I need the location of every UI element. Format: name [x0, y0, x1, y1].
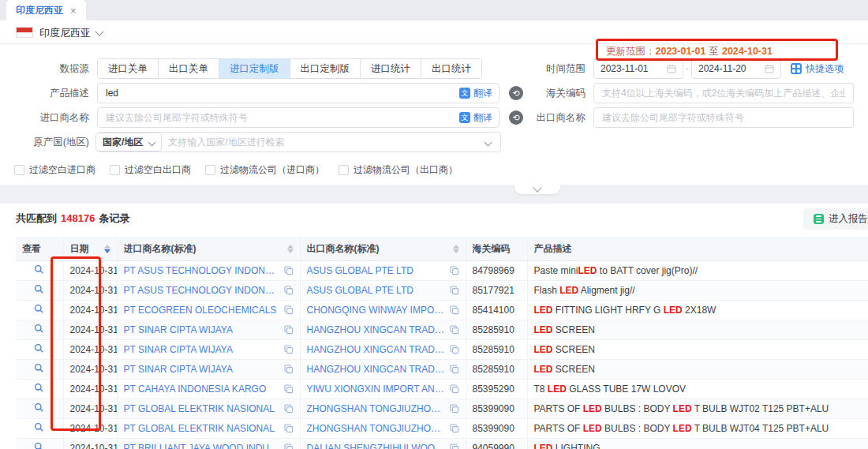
copy-icon[interactable] [450, 424, 459, 433]
copy-icon[interactable] [284, 286, 294, 295]
copy-icon[interactable] [450, 365, 459, 374]
copy-icon[interactable] [284, 365, 294, 374]
copy-icon[interactable] [450, 443, 459, 449]
data-source-tab-5[interactable]: 出口统计 [421, 59, 481, 78]
magnifier-icon[interactable] [34, 402, 44, 413]
date-cell: 2024-10-31 [63, 419, 117, 439]
magnifier-icon[interactable] [34, 442, 44, 449]
checkbox-icon[interactable] [110, 165, 120, 175]
exporter-cell-link[interactable]: DALIAN SHENGZHIHUI WOOD INDUST... [307, 443, 445, 449]
copy-icon[interactable] [284, 404, 294, 413]
importer-input[interactable] [104, 111, 455, 124]
table-row: 2024-10-31PT SINAR CIPTA WIJAYAHANGZHOU … [16, 320, 868, 340]
exporter-cell-link[interactable]: ZHONGSHAN TONGJIUZHOU INTERNA... [307, 423, 445, 434]
importer-cell-link[interactable]: PT GLOBAL ELEKTRIK NASIONAL [124, 423, 279, 434]
magnifier-icon[interactable] [34, 284, 44, 294]
copy-icon[interactable] [284, 443, 294, 449]
importer-cell-link[interactable]: PT CAHAYA INDONESIA KARGO [124, 384, 279, 395]
exporter-cell-link[interactable]: YIWU XIONGXIN IMPORT AND EXPORT... [307, 384, 445, 395]
exporter-cell: YIWU XIONGXIN IMPORT AND EXPORT... [300, 380, 466, 399]
origin-select[interactable]: 国家/地区 [95, 133, 162, 152]
magnifier-icon[interactable] [34, 304, 44, 314]
translate-button[interactable]: 文 翻译 [459, 111, 492, 125]
view-cell[interactable] [16, 261, 63, 281]
copy-icon[interactable] [450, 384, 459, 394]
view-cell[interactable] [16, 399, 63, 419]
importer-cell-link[interactable]: PT BRILLIANT JAYA WOOD INDUSTRY [124, 443, 279, 449]
filter-checkbox-2[interactable]: 过滤物流公司（进口商） [205, 163, 324, 177]
quick-options-link[interactable]: 快捷选项 [791, 62, 844, 76]
exporter-cell-link[interactable]: ZHONGSHAN TONGJIUZHOU INTERNA... [307, 403, 445, 414]
data-source-tab-0[interactable]: 进口关单 [98, 59, 159, 78]
origin-search-input[interactable] [166, 136, 481, 148]
data-source-tab-1[interactable]: 出口关单 [159, 59, 219, 78]
filter-checkbox-1[interactable]: 过滤空白出口商 [110, 163, 191, 177]
close-icon[interactable]: × [70, 6, 77, 16]
sort-icon[interactable] [453, 245, 459, 253]
data-source-tab-4[interactable]: 进口统计 [361, 59, 421, 78]
exporter-cell-link[interactable]: CHONGQING WINWAY IMPORT AND E... [307, 305, 445, 316]
data-source-tab-2[interactable]: 进口定制版 [219, 59, 290, 78]
column-header-3[interactable]: 出口商名称(标准) [300, 237, 466, 261]
importer-cell-link[interactable]: PT ECOGREEN OLEOCHEMICALS [124, 305, 279, 316]
customs-code-input[interactable] [600, 87, 847, 99]
copy-icon[interactable] [284, 424, 294, 433]
importer-cell-link[interactable]: PT GLOBAL ELEKTRIK NASIONAL [124, 403, 279, 414]
column-header-1[interactable]: 日期 [63, 237, 117, 261]
filter-checkbox-0[interactable]: 过滤空白进口商 [14, 163, 95, 177]
view-cell[interactable] [16, 360, 63, 380]
view-cell[interactable] [16, 380, 63, 399]
view-cell[interactable] [16, 281, 63, 301]
chevron-down-icon[interactable] [485, 138, 492, 146]
importer-cell-link[interactable]: PT ASUS TECHNOLOGY INDONESIA BA... [124, 285, 279, 296]
copy-icon[interactable] [284, 384, 294, 394]
exporter-cell-link[interactable]: HANGZHOU XINGCAN TRADING CO LTD [307, 364, 445, 375]
importer-cell-link[interactable]: PT SINAR CIPTA WIJAYA [124, 324, 279, 335]
sort-icon[interactable] [287, 245, 294, 253]
date-to-input[interactable]: 2024-11-20 [691, 58, 781, 79]
copy-icon[interactable] [450, 404, 459, 413]
importer-cell-link[interactable]: PT SINAR CIPTA WIJAYA [124, 364, 279, 375]
chevron-down-icon[interactable] [95, 27, 103, 36]
view-cell[interactable] [16, 301, 63, 320]
copy-icon[interactable] [450, 286, 459, 295]
exporter-input[interactable] [600, 111, 847, 124]
copy-icon[interactable] [450, 305, 459, 315]
date-from-input[interactable]: 2023-11-01 [593, 58, 683, 79]
collapse-panel-handle[interactable] [514, 184, 560, 194]
copy-icon[interactable] [284, 325, 294, 335]
copy-icon[interactable] [284, 305, 294, 315]
view-cell[interactable] [16, 320, 63, 340]
checkbox-icon[interactable] [339, 165, 349, 175]
exporter-cell-link[interactable]: HANGZHOU XINGCAN TRADING CO LTD [307, 344, 445, 355]
copy-icon[interactable] [284, 345, 294, 354]
importer-cell-link[interactable]: PT SINAR CIPTA WIJAYA [124, 344, 279, 355]
tab-indonesia[interactable]: 印度尼西亚 × [6, 0, 86, 21]
sort-icon[interactable] [104, 245, 110, 253]
exporter-cell-link[interactable]: HANGZHOU XINGCAN TRADING CO LTD [307, 324, 445, 335]
magnifier-icon[interactable] [34, 363, 44, 373]
exporter-cell-link[interactable]: ASUS GLOBAL PTE LTD [307, 265, 445, 276]
magnifier-icon[interactable] [34, 343, 44, 354]
magnifier-icon[interactable] [34, 422, 44, 432]
magnifier-icon[interactable] [34, 383, 44, 393]
data-source-tab-3[interactable]: 出口定制版 [290, 59, 361, 78]
view-cell[interactable] [16, 340, 63, 360]
magnifier-icon[interactable] [34, 264, 44, 275]
filter-checkbox-3[interactable]: 过滤物流公司（出口商） [339, 163, 458, 177]
translate-button[interactable]: 文 翻译 [459, 87, 492, 100]
view-cell[interactable] [16, 419, 63, 439]
checkbox-icon[interactable] [205, 165, 215, 175]
product-desc-input[interactable] [104, 87, 455, 99]
importer-cell-link[interactable]: PT ASUS TECHNOLOGY INDONESIA BA... [124, 265, 279, 276]
enter-report-button[interactable]: 进入报告 [803, 208, 868, 230]
view-cell[interactable] [16, 439, 63, 449]
copy-icon[interactable] [284, 266, 294, 275]
copy-icon[interactable] [450, 266, 459, 275]
copy-icon[interactable] [450, 345, 459, 354]
copy-icon[interactable] [450, 325, 459, 335]
exporter-cell-link[interactable]: ASUS GLOBAL PTE LTD [307, 285, 445, 296]
checkbox-icon[interactable] [14, 165, 24, 175]
magnifier-icon[interactable] [34, 324, 44, 334]
column-header-2[interactable]: 进口商名称(标准) [117, 237, 300, 261]
